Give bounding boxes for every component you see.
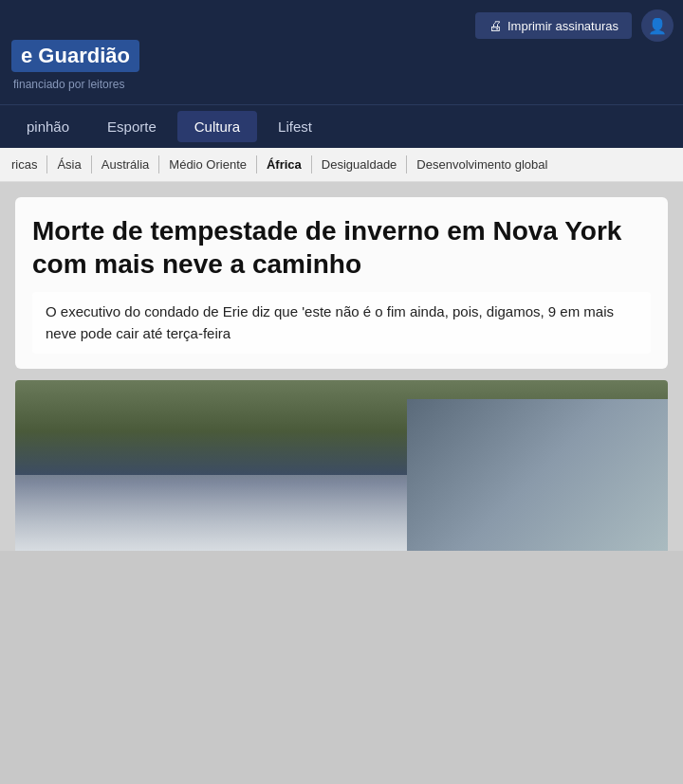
header-top-row: 🖨 Imprimir assinaturas 👤: [475, 9, 674, 42]
print-icon: 🖨: [489, 18, 502, 33]
print-button[interactable]: 🖨 Imprimir assinaturas: [475, 12, 632, 39]
article-summary-text: O executivo do condado de Erie diz que '…: [46, 303, 614, 341]
article-image: [15, 380, 668, 551]
sub-nav-desenvolvimento[interactable]: Desenvolvimento global: [407, 155, 557, 173]
tab-esporte[interactable]: Esporte: [90, 111, 174, 142]
brand-section: e Guardião financiado por leitores: [0, 40, 139, 91]
article-summary: O executivo do condado de Erie diz que '…: [32, 292, 651, 354]
sub-nav-americas[interactable]: ricas: [9, 155, 47, 173]
sub-nav-australia[interactable]: Austrália: [92, 155, 160, 173]
tab-cultura[interactable]: Cultura: [177, 111, 257, 142]
sub-nav-africa[interactable]: África: [257, 155, 312, 173]
sub-nav-asia[interactable]: Ásia: [47, 155, 91, 173]
user-icon: 👤: [648, 17, 667, 35]
print-button-label: Imprimir assinaturas: [508, 19, 618, 33]
sub-nav: ricas Ásia Austrália Médio Oriente Áfric…: [0, 148, 683, 182]
main-nav: pinhão Esporte Cultura Lifest: [0, 104, 683, 148]
brand-title: e Guardião: [11, 40, 139, 72]
article-headline: Morte de tempestade de inverno em Nova Y…: [32, 214, 651, 281]
brand-subtitle: financiado por leitores: [11, 78, 139, 91]
header-bar: 🖨 Imprimir assinaturas 👤 e Guardião fina…: [0, 0, 683, 104]
tab-opiniao[interactable]: pinhão: [9, 111, 86, 142]
user-avatar-button[interactable]: 👤: [641, 9, 674, 42]
article-card: Morte de tempestade de inverno em Nova Y…: [15, 197, 668, 369]
tab-lifestyle[interactable]: Lifest: [261, 111, 329, 142]
main-content: Morte de tempestade de inverno em Nova Y…: [0, 182, 683, 551]
sub-nav-desigualdade[interactable]: Desigualdade: [312, 155, 408, 173]
sub-nav-medio-oriente[interactable]: Médio Oriente: [159, 155, 257, 173]
